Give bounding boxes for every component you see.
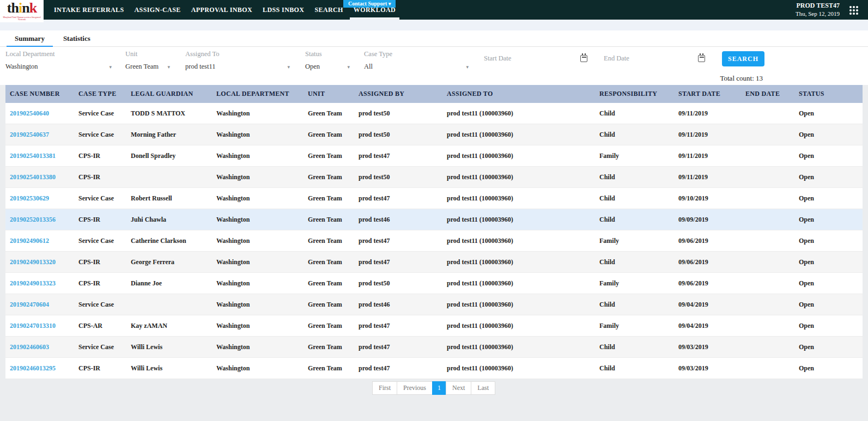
think-logo[interactable]: think Maryland Total Human-services Inte… <box>0 0 44 22</box>
assigned-to-select[interactable]: Assigned To prod test11 ▾ <box>185 50 290 71</box>
table-cell: George Ferrera <box>126 252 212 273</box>
case-number-link[interactable]: 201902490612 <box>10 237 49 245</box>
table-row: 201902470604Service CaseWashingtonGreen … <box>5 294 863 315</box>
nav-item-intake-referrals[interactable]: INTAKE REFERRALS <box>54 0 124 20</box>
table-row: 20190246013295CPS-IRWilli LewisWashingto… <box>5 358 863 379</box>
table-cell <box>741 358 794 379</box>
table-cell: Morning Father <box>126 124 212 145</box>
calendar-icon[interactable] <box>580 55 587 62</box>
case-table-body: 201902540640Service CaseTODD S MATTOXWas… <box>5 103 863 379</box>
table-cell: 09/06/2019 <box>674 230 741 252</box>
table-cell: prod test11 (100003960) <box>442 167 595 188</box>
table-cell: Open <box>794 294 863 315</box>
table-cell: Open <box>794 273 863 294</box>
case-number-link[interactable]: 201902530629 <box>10 194 49 202</box>
table-cell: prod test11 (100003960) <box>442 188 595 209</box>
table-cell <box>126 294 212 315</box>
pagination-last-button[interactable]: Last <box>471 381 495 395</box>
chevron-down-icon: ▾ <box>167 64 170 70</box>
col-end-date: END DATE <box>741 85 794 103</box>
nav-item-ldss-inbox[interactable]: LDSS INBOX <box>263 0 304 20</box>
pagination-previous-button[interactable]: Previous <box>397 381 433 395</box>
end-date-input[interactable]: End Date <box>604 54 705 63</box>
start-date-input[interactable]: Start Date <box>484 54 587 63</box>
pagination-next-button[interactable]: Next <box>446 381 471 395</box>
current-date: Thu, Sep 12, 2019 <box>796 10 840 17</box>
table-cell: 09/03/2019 <box>674 337 741 358</box>
unit-value: Green Team <box>125 63 159 71</box>
think-logo-tagline: Maryland Total Human-services Integrated… <box>0 16 44 21</box>
table-cell: prod test47 <box>354 358 442 379</box>
table-cell: CPS-AR <box>74 315 126 337</box>
table-cell <box>126 167 212 188</box>
table-cell: prod test46 <box>354 294 442 315</box>
table-cell <box>741 230 794 252</box>
table-cell: Child <box>595 103 674 124</box>
table-cell <box>741 252 794 273</box>
nav-item-assign-case[interactable]: ASSIGN-CASE <box>135 0 181 20</box>
total-count: Total count: 13 <box>0 73 868 85</box>
case-number-link[interactable]: 20190252013356 <box>10 216 56 223</box>
table-cell <box>741 315 794 337</box>
table-cell <box>741 188 794 209</box>
table-cell: prod test47 <box>354 188 442 209</box>
local-department-select[interactable]: Local Department Washington ▾ <box>5 50 112 71</box>
table-cell: Washington <box>212 315 304 337</box>
case-number-cell: 201902460603 <box>5 337 74 358</box>
case-number-cell: 201902540640 <box>5 103 74 124</box>
unit-select[interactable]: Unit Green Team ▾ <box>125 50 170 71</box>
case-number-cell: 201902470604 <box>5 294 74 315</box>
calendar-icon[interactable] <box>698 55 705 62</box>
case-number-link[interactable]: 201902470604 <box>10 301 49 308</box>
nav-item-search[interactable]: SEARCH <box>314 0 343 20</box>
table-cell: Dianne Joe <box>126 273 212 294</box>
case-number-cell: 201902540637 <box>5 124 74 145</box>
table-cell: Child <box>595 188 674 209</box>
table-cell: prod test11 (100003960) <box>442 252 595 273</box>
tab-statistics[interactable]: Statistics <box>55 30 99 47</box>
tab-summary[interactable]: Summary <box>7 30 53 47</box>
table-cell: Child <box>595 294 674 315</box>
table-cell: Green Team <box>304 294 354 315</box>
table-row: 20190252013356CPS-IRJuhi ChawlaWashingto… <box>5 209 863 230</box>
table-cell: Service Case <box>74 124 126 145</box>
case-number-link[interactable]: 20190249013320 <box>10 258 56 266</box>
case-number-link[interactable]: 20190246013295 <box>10 364 56 372</box>
case-number-link[interactable]: 20190249013323 <box>10 279 56 287</box>
table-cell: Family <box>595 315 674 337</box>
table-cell: prod test47 <box>354 230 442 252</box>
case-number-link[interactable]: 201902540637 <box>10 131 49 138</box>
table-cell: 09/11/2019 <box>674 103 741 124</box>
table-cell: 09/09/2019 <box>674 209 741 230</box>
table-cell: 09/11/2019 <box>674 145 741 167</box>
apps-grid-icon[interactable] <box>849 6 858 15</box>
pagination-page-1-button[interactable]: 1 <box>432 381 446 395</box>
case-type-value: All <box>364 63 373 71</box>
table-cell: Catherine Clarkson <box>126 230 212 252</box>
table-cell: Child <box>595 209 674 230</box>
case-number-link[interactable]: 201902540640 <box>10 109 49 117</box>
case-number-link[interactable]: 201902460603 <box>10 343 49 351</box>
case-number-cell: 20190249013320 <box>5 252 74 273</box>
table-cell: CPS-IR <box>74 209 126 230</box>
col-responsibility: RESPONSIBILITY <box>595 85 674 103</box>
case-type-select[interactable]: Case Type All ▾ <box>364 50 469 71</box>
status-select[interactable]: Status Open ▾ <box>305 50 350 71</box>
table-cell: prod test50 <box>354 167 442 188</box>
table-cell: Washington <box>212 230 304 252</box>
search-button[interactable]: SEARCH <box>722 51 764 66</box>
case-number-link[interactable]: 20190254013381 <box>10 152 56 160</box>
col-assigned-by: ASSIGNED BY <box>354 85 442 103</box>
table-cell: prod test47 <box>354 337 442 358</box>
table-cell: Open <box>794 337 863 358</box>
case-number-cell: 20190246013295 <box>5 358 74 379</box>
table-cell: 09/03/2019 <box>674 358 741 379</box>
case-number-link[interactable]: 20190247013310 <box>10 322 56 330</box>
case-number-link[interactable]: 20190254013380 <box>10 173 56 181</box>
workload-case-table: CASE NUMBER CASE TYPE LEGAL GUARDIAN LOC… <box>5 85 863 379</box>
table-cell: prod test11 (100003960) <box>442 358 595 379</box>
nav-item-approval-inbox[interactable]: APPROVAL INBOX <box>191 0 252 20</box>
pagination-first-button[interactable]: First <box>372 381 397 395</box>
contact-support-button[interactable]: Contact Support ▾ <box>343 0 396 8</box>
table-cell: 09/04/2019 <box>674 294 741 315</box>
